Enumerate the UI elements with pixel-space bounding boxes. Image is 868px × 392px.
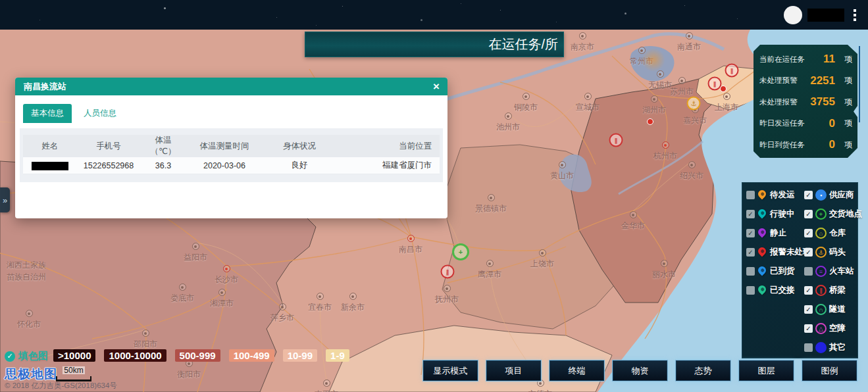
stats-value: 3755 xyxy=(798,95,842,109)
map-tool-button-project[interactable]: 项目 xyxy=(486,360,542,381)
legend-label: 隧道 xyxy=(829,304,846,315)
table-cell: 福建省厦门市 xyxy=(336,157,440,174)
delivery-point-icon: + xyxy=(815,208,827,220)
table-cell: 36.3 xyxy=(140,157,186,174)
stats-unit: 项 xyxy=(842,54,852,65)
warehouse-icon: ⌂ xyxy=(815,228,827,239)
pending-dispatch-checkbox[interactable] xyxy=(746,191,755,199)
running-tasks-banner: 在运任务/所 xyxy=(305,32,564,57)
dialog-tabs: 基本信息人员信息 xyxy=(23,104,447,123)
legend-item-dock: ✓⚓码头 xyxy=(804,245,862,259)
personnel-table: 姓名手机号体温（℃）体温测量时间身体状况当前位置 1522655296836.3… xyxy=(23,135,440,174)
stationary-checkbox[interactable]: ✓ xyxy=(746,229,755,237)
scale-badge: 10-99 xyxy=(283,349,317,362)
legend-label: 火车站 xyxy=(829,266,854,277)
alarm-unhandled-pin-icon xyxy=(757,247,767,258)
stats-value: 2251 xyxy=(798,74,842,87)
legend-item-pending-dispatch: 待发运 xyxy=(746,188,811,202)
stats-value: 0 xyxy=(805,117,842,130)
warehouse-checkbox[interactable]: ✓ xyxy=(804,229,813,237)
delivered-checkbox[interactable] xyxy=(746,267,755,276)
map-tool-button-situation[interactable]: 态势 xyxy=(675,360,731,381)
stats-label: 未处理报警 xyxy=(759,97,798,107)
delivered-pin-icon xyxy=(757,266,767,277)
pending-dispatch-pin-icon xyxy=(757,189,767,201)
fill-map-label: 填色图 xyxy=(18,350,48,362)
in-transit-pin-icon xyxy=(757,208,767,220)
scale-badge: >10000 xyxy=(53,349,95,362)
stats-unit: 项 xyxy=(842,97,852,108)
alarm-unhandled-checkbox[interactable]: ✓ xyxy=(746,248,755,257)
table-cell: 2020-03-06 xyxy=(186,157,263,174)
legend-item-train-station: ≡火车站 xyxy=(804,264,862,278)
map-tool-button-display-mode[interactable]: 显示模式 xyxy=(422,360,478,381)
stats-row: 昨日到货任务0项 xyxy=(759,135,852,155)
map-tool-button-legend[interactable]: 图例 xyxy=(802,360,857,381)
legend-place-column: ✓▪供应商✓+交货地点✓⌂仓库✓⚓码头≡火车站✓∥桥梁✓∩隧道✓△空障其它 xyxy=(804,188,862,360)
map-tool-button-material[interactable]: 物资 xyxy=(612,360,668,381)
table-cell: 15226552968 xyxy=(77,157,140,174)
supplier-checkbox[interactable]: ✓ xyxy=(804,191,813,199)
scale-label: 50km xyxy=(63,366,84,374)
legend-label: 供应商 xyxy=(829,189,854,201)
dock-icon: ⚓ xyxy=(815,247,827,258)
handed-over-checkbox[interactable] xyxy=(746,286,755,295)
table-header-cell: 体温（℃） xyxy=(140,135,186,157)
map-canvas[interactable]: 南京市南通市常州市无锡市苏州市上海市湖州市嘉兴市宣城市杭州市绍兴市铜陵市池州市黄… xyxy=(0,30,868,392)
handed-over-pin-icon xyxy=(757,285,767,296)
fill-map-toggle[interactable]: ✓ 填色图 xyxy=(5,350,48,362)
obstacle-checkbox[interactable]: ✓ xyxy=(804,324,813,333)
train-station-checkbox[interactable] xyxy=(804,267,813,276)
table-header-cell: 当前位置 xyxy=(336,135,440,157)
starfield-decoration xyxy=(0,0,1,1)
top-bar xyxy=(0,0,868,30)
legend-label: 静止 xyxy=(770,228,786,239)
scale-badge: 1-9 xyxy=(326,349,349,362)
stats-row: 未处理报警3755项 xyxy=(759,92,852,112)
in-transit-checkbox[interactable]: ✓ xyxy=(746,210,755,218)
tab-basic-info[interactable]: 基本信息 xyxy=(23,104,72,123)
legend-item-in-transit: ✓行驶中 xyxy=(746,207,811,221)
legend-label: 交货地点 xyxy=(829,208,862,220)
legend-label: 仓库 xyxy=(829,228,846,239)
map-scale-bar: 50km xyxy=(56,364,91,381)
legend-item-other: 其它 xyxy=(804,341,862,355)
supplier-icon: ▪ xyxy=(815,189,827,201)
station-dialog: 南昌换流站 × 基本信息人员信息 姓名手机号体温（℃）体温测量时间身体状况当前位… xyxy=(15,78,447,218)
other-checkbox[interactable] xyxy=(804,343,813,352)
more-menu-icon[interactable] xyxy=(850,7,860,24)
dialog-header: 南昌换流站 × xyxy=(15,78,447,95)
stationary-pin-icon xyxy=(757,228,767,239)
map-tool-button-layers[interactable]: 图层 xyxy=(738,360,794,381)
table-cell xyxy=(23,157,77,174)
bridge-checkbox[interactable]: ✓ xyxy=(804,286,813,295)
legend-status-column: 待发运✓行驶中✓静止✓报警未处理已到货已交接 xyxy=(746,188,811,303)
panel-expander-chevron-icon[interactable]: » xyxy=(0,187,10,212)
scale-badge: 500-999 xyxy=(175,349,220,362)
stats-label: 未处理预警 xyxy=(759,76,798,86)
stats-label: 当前在运任务 xyxy=(759,55,805,64)
scale-badge: 100-499 xyxy=(229,349,274,362)
tunnel-checkbox[interactable]: ✓ xyxy=(804,305,813,314)
table-row: 1522655296836.32020-03-06良好福建省厦门市 xyxy=(23,157,440,174)
tab-personnel-info[interactable]: 人员信息 xyxy=(76,104,124,123)
legend-item-tunnel: ✓∩隧道 xyxy=(804,303,862,316)
legend-item-alarm-unhandled: ✓报警未处理 xyxy=(746,245,811,259)
map-tool-button-terminal[interactable]: 终端 xyxy=(549,360,605,381)
stats-row: 当前在运任务11项 xyxy=(759,49,852,69)
stats-unit: 项 xyxy=(842,75,852,86)
map-legend-panel: 待发运✓行驶中✓静止✓报警未处理已到货已交接 ✓▪供应商✓+交货地点✓⌂仓库✓⚓… xyxy=(742,182,858,358)
train-station-icon: ≡ xyxy=(815,266,827,277)
table-header-cell: 姓名 xyxy=(23,135,77,157)
other-icon xyxy=(815,342,827,353)
table-header-cell: 身体状况 xyxy=(263,135,336,157)
avatar[interactable] xyxy=(784,6,802,24)
delivery-point-checkbox[interactable]: ✓ xyxy=(804,210,813,218)
legend-label: 已到货 xyxy=(770,266,795,277)
legend-item-delivery-point: ✓+交货地点 xyxy=(804,207,862,221)
dock-checkbox[interactable]: ✓ xyxy=(804,248,813,257)
close-icon[interactable]: × xyxy=(433,81,440,92)
check-icon: ✓ xyxy=(5,351,15,362)
stats-row: 昨日发运任务0项 xyxy=(759,114,852,134)
legend-item-warehouse: ✓⌂仓库 xyxy=(804,226,862,240)
